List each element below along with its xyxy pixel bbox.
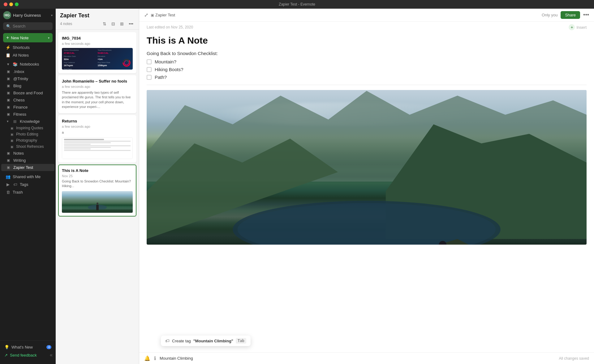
whats-new-label: What's New	[11, 345, 33, 349]
fitness-thumbnail: Active Kilocalories 474KCAL Total Kiloca…	[62, 48, 133, 70]
minimize-button[interactable]	[9, 2, 13, 6]
notes-panel-header: Zapier Test 4 notes ⇅ ⊟ ⊞ •••	[56, 9, 139, 30]
chevron-down-icon: ▾	[48, 36, 50, 40]
doc-line	[64, 145, 131, 146]
search-bar[interactable]: 🔍 Search	[3, 22, 53, 30]
doc-line	[64, 150, 131, 151]
sidebar-item-shared[interactable]: 👥 Shared with Me	[1, 173, 54, 181]
more-options-button[interactable]: •••	[127, 21, 135, 27]
bell-icon[interactable]: 🔔	[144, 355, 150, 361]
share-button[interactable]: Share	[561, 11, 580, 19]
note-card-title: Returns	[62, 119, 133, 123]
notebook-icon: ▣	[7, 158, 11, 162]
notebook-icon: ▣	[11, 145, 14, 148]
info-icon[interactable]: ℹ	[154, 355, 156, 361]
editor-toolbar: ⤢ ▣ Zapier Test Only you Share •••	[139, 9, 594, 22]
notebook-icon: ▣	[11, 133, 14, 136]
insert-button[interactable]: + Insert	[569, 24, 587, 30]
notebook-label: Fitness	[13, 112, 26, 117]
bottom-bar: 🔔 ℹ All changes saved	[139, 352, 594, 364]
sidebar-item-trinity[interactable]: ▣ @Trinity	[1, 75, 54, 82]
note-card-img7034[interactable]: IMG_7034 a few seconds ago Active Kiloca…	[58, 32, 136, 73]
maximize-button[interactable]	[15, 2, 19, 6]
notebook-icon: ▣	[7, 98, 11, 102]
feedback-icon: ↗	[4, 353, 8, 358]
note-card-john-romaniello[interactable]: John Romaniello – Suffer no fools a few …	[58, 75, 136, 113]
sidebar-item-chess[interactable]: ▣ Chess	[1, 96, 54, 104]
sidebar-collapse-button[interactable]: «	[47, 351, 56, 359]
editor-content[interactable]: This is A Note Going Back to Snowdon Che…	[139, 32, 594, 352]
sidebar-bottom: 💡 What's New 4 ↗ Send feedback «	[0, 340, 56, 362]
notebook-icon: ▣	[7, 77, 11, 81]
sidebar-item-booze-food[interactable]: ▣ Booze and Food	[1, 89, 54, 96]
notes-panel-meta: 4 notes ⇅ ⊟ ⊞ •••	[60, 21, 135, 27]
tag-suggestion-shortcut: Tab	[236, 338, 246, 344]
content-divider	[147, 85, 587, 85]
send-feedback-item[interactable]: ↗ Send feedback	[0, 351, 41, 359]
breadcrumb-text: Zapier Test	[155, 13, 175, 17]
figure-silhouette	[96, 205, 99, 210]
toolbar-left: ⤢ ▣ Zapier Test	[144, 12, 539, 18]
sidebar-item-trash[interactable]: 🗑 Trash	[1, 188, 54, 196]
sidebar-item-notebooks[interactable]: ▾ 📚 Notebooks	[1, 60, 54, 68]
search-icon: 🔍	[6, 24, 11, 28]
note-card-thumbnail	[62, 137, 133, 159]
notes-panel-title: Zapier Test	[60, 12, 135, 19]
filter-button[interactable]: ⊟	[110, 21, 116, 27]
editor-image	[147, 90, 587, 245]
insert-icon: +	[569, 24, 575, 30]
titlebar: Zapier Test - Evernote	[0, 0, 594, 9]
stat-elevation-gain: Elevation Gain 32m	[64, 55, 97, 61]
expand-icon[interactable]: ⤢	[144, 12, 148, 18]
whats-new-item[interactable]: 💡 What's New 4	[0, 343, 56, 351]
note-card-returns[interactable]: Returns a few seconds ago a	[58, 115, 136, 163]
note-card-title: IMG_7034	[62, 36, 133, 41]
checklist-item-label: Mountain?	[155, 59, 176, 64]
sidebar-item-shoot-refrences[interactable]: ▣ Shoot Refrences	[1, 143, 54, 150]
notebook-icon: ▣	[151, 13, 154, 17]
sidebar-item-notes[interactable]: ▣ Notes	[1, 150, 54, 157]
more-options-button[interactable]: •••	[583, 12, 589, 18]
sidebar-item-shortcuts[interactable]: ⚡ Shortcuts	[1, 44, 54, 51]
sort-button[interactable]: ⇅	[101, 21, 108, 27]
stat-avg-cadence: Avg Cadence 167spm	[64, 62, 97, 67]
send-feedback-label: Send feedback	[10, 353, 37, 358]
note-card-title: This is A Note	[62, 168, 133, 173]
sidebar-item-knowledge[interactable]: ▾ ▤ Knowledge	[1, 118, 54, 125]
view-toggle-button[interactable]: ⊞	[119, 21, 125, 27]
app-body: HG Harry Guinness ▾ 🔍 Search + New Note …	[0, 9, 594, 364]
user-profile[interactable]: HG Harry Guinness ▾	[0, 9, 56, 20]
doc-title-line	[64, 139, 104, 140]
note-card-time: a few seconds ago	[62, 125, 133, 128]
sidebar-item-zapier-test[interactable]: ▣ Zapier Test	[1, 164, 54, 171]
tag-suggestion-popup[interactable]: 🏷 Create tag "Mountain Climbing" Tab	[161, 336, 251, 346]
checkbox-mountain[interactable]	[147, 59, 152, 64]
close-button[interactable]	[4, 2, 7, 6]
notebook-label: Knowledge	[20, 119, 40, 124]
sidebar-item-photo-editing[interactable]: ▣ Photo Editing	[1, 131, 54, 137]
new-note-button[interactable]: + New Note ▾	[3, 33, 53, 42]
tag-input[interactable]	[160, 356, 555, 361]
notebook-icon: ▣	[11, 139, 14, 142]
notes-list: IMG_7034 a few seconds ago Active Kiloca…	[56, 30, 139, 364]
sidebar-item-inspiring-quotes[interactable]: ▣ Inspiring Quotes	[1, 125, 54, 131]
sidebar-item-tags[interactable]: ▶ 🏷 Tags	[1, 181, 54, 188]
sidebar-item-photography[interactable]: ▣ Photography	[1, 137, 54, 143]
editor-meta: Last edited on Nov 25, 2020 + Insert	[139, 22, 594, 32]
sidebar-item-writing[interactable]: ▣ Writing	[1, 157, 54, 164]
notebook-label: Finance	[13, 105, 28, 109]
mountain-thumbnail	[62, 191, 133, 213]
sidebar-item-fitness[interactable]: ▣ Fitness	[1, 111, 54, 118]
notebook-label: @Trinity	[13, 76, 28, 81]
checkbox-hiking-boots[interactable]	[147, 67, 152, 72]
checkbox-path[interactable]	[147, 75, 152, 80]
sidebar-item-blog[interactable]: ▣ Blog	[1, 82, 54, 89]
notebook-icon: ▣	[7, 105, 11, 109]
notebook-expand-icon: ▾	[7, 119, 11, 123]
shared-label: Shared with Me	[13, 174, 41, 179]
sidebar-item-all-notes[interactable]: 📋 All Notes	[1, 51, 54, 59]
sidebar-item-inbox[interactable]: ▣ .Inbox	[1, 68, 54, 75]
note-card-this-is-a-note[interactable]: This is A Note Nov 25 Going Back to Snow…	[58, 165, 136, 216]
notebook-breadcrumb[interactable]: ▣ Zapier Test	[151, 13, 175, 17]
sidebar-item-finance[interactable]: ▣ Finance	[1, 104, 54, 111]
